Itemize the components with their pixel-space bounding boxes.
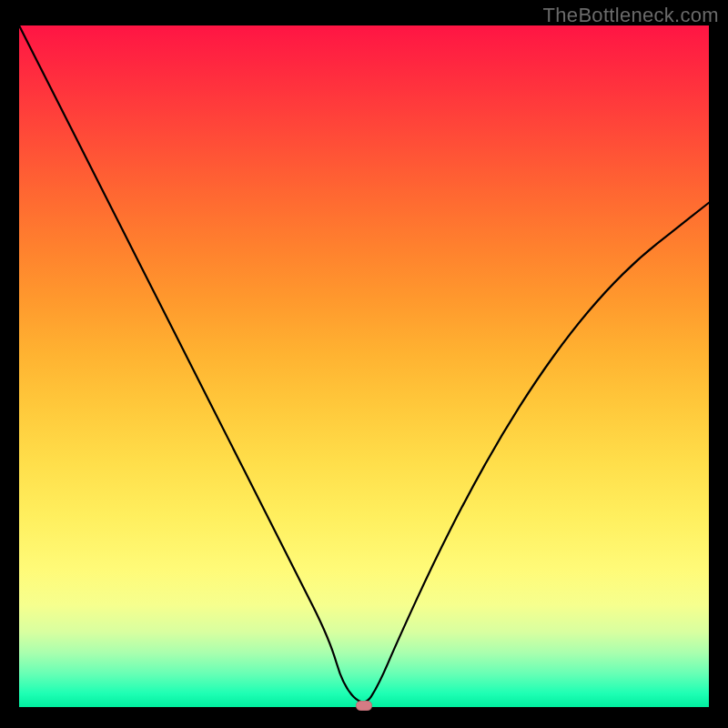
optimal-point-marker (356, 701, 372, 711)
chart-container: TheBottleneck.com (0, 0, 728, 728)
watermark-text: TheBottleneck.com (543, 4, 719, 27)
plot-area (19, 25, 709, 707)
bottleneck-curve (19, 25, 709, 707)
